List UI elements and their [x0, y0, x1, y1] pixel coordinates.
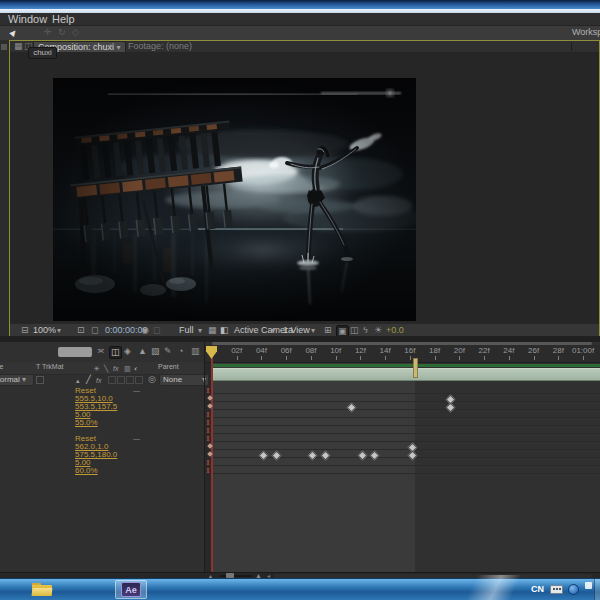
menubar: Window Help: [0, 13, 600, 26]
timeline-panel: ≍ ◫ ◈ ▲ ▧ ✎ ◔ ▥ Mode T TrkMat ✳ ╲ fx ▥ ◐…: [0, 342, 600, 578]
left-strip-icon[interactable]: [1, 44, 7, 50]
workspace-label[interactable]: Workspac: [572, 27, 600, 37]
fast-preview-icon[interactable]: ϟ: [363, 326, 368, 335]
safe-margins-icon[interactable]: ⊡: [77, 326, 85, 335]
exposure-value[interactable]: +0.0: [386, 325, 404, 335]
grid-view-icon[interactable]: ⊞: [324, 326, 332, 335]
viewer-toolbar: ⊟ 100% ▾ ⊡ ◻ 0:00:00:00 ◉ ◻ Full ▾ ▦ ◧ A…: [10, 323, 599, 337]
flowchart-button[interactable]: chuxi: [28, 47, 57, 59]
timeline-search-input[interactable]: [58, 347, 92, 357]
ruler-tick: [583, 356, 584, 360]
switch-cell-2[interactable]: [117, 376, 125, 384]
blend-mode-dropdown-icon: ▾: [22, 375, 26, 384]
after-effects-taskbar-button[interactable]: Ae: [115, 580, 147, 599]
property-value[interactable]: 60.0%: [75, 467, 98, 475]
view-layout-select[interactable]: 1 View: [283, 325, 310, 335]
switch-slash-icon: ╲: [104, 364, 108, 373]
region-of-interest-icon[interactable]: ◻: [91, 326, 98, 335]
mask-toggle-icon[interactable]: ◧: [220, 326, 229, 335]
frame-blend-icon[interactable]: ▲: [138, 347, 147, 356]
taskbar: Ae CN: [0, 578, 600, 600]
auto-keyframe-icon[interactable]: ◔: [178, 347, 183, 356]
after-effects-icon: Ae: [121, 582, 141, 597]
ruler-tick: [435, 356, 436, 360]
panel-grid-icon[interactable]: ▦: [14, 42, 23, 51]
tab-footage[interactable]: Footage: (none): [128, 41, 192, 51]
tab-dropdown-icon[interactable]: ▾: [117, 43, 121, 52]
folder-icon: [32, 583, 52, 596]
graph-editor-icon[interactable]: ▥: [191, 347, 200, 356]
comp-mini-flowchart-icon[interactable]: ≍: [97, 347, 105, 356]
header-trkmat[interactable]: T TrkMat: [36, 363, 63, 370]
property-value[interactable]: 55.0%: [75, 419, 98, 427]
workarea-end-marker[interactable]: [413, 358, 418, 378]
parent-select[interactable]: None ▾: [159, 374, 209, 386]
blend-mode-label: Normal: [0, 375, 20, 384]
magnification-menu-icon[interactable]: ⊟: [21, 326, 29, 335]
ruler-tick: [360, 356, 361, 360]
show-desktop-button[interactable]: [594, 579, 600, 600]
pan-tool-icon[interactable]: ✛: [44, 28, 52, 37]
camera-tool-icon[interactable]: ◇: [72, 28, 79, 37]
camera-dropdown-icon[interactable]: ▾: [271, 326, 275, 335]
explorer-taskbar-button[interactable]: [28, 580, 58, 599]
ruler-tick: [484, 356, 485, 360]
show-snapshot-icon[interactable]: ◻: [153, 326, 160, 335]
row-time-marker: I: [206, 434, 210, 442]
ruler-label: 01:00f: [569, 347, 597, 355]
composition-image[interactable]: [53, 78, 416, 321]
header-parent[interactable]: Parent: [158, 363, 179, 370]
row-time-marker: I: [206, 386, 210, 394]
switch-cell-3[interactable]: [126, 376, 134, 384]
view-layout-dropdown-icon[interactable]: ▾: [311, 326, 315, 335]
switch-cell-4[interactable]: [135, 376, 143, 384]
brainstorm-icon[interactable]: ✎: [164, 347, 172, 356]
playhead-line[interactable]: [211, 358, 213, 572]
tab-close-icon[interactable]: ×: [109, 42, 114, 51]
menu-window[interactable]: Window: [8, 13, 47, 25]
zoom-level[interactable]: 100%: [33, 325, 56, 335]
menu-help[interactable]: Help: [52, 13, 75, 25]
viewer-area: [10, 52, 599, 323]
ruler-tick: [311, 356, 312, 360]
trkmat-checkbox[interactable]: [36, 376, 44, 384]
switch-fx-icon: fx: [113, 364, 118, 373]
layer-duration-bar[interactable]: [212, 368, 600, 381]
timeline-toolbar: ≍ ◫ ◈ ▲ ▧ ✎ ◔ ▥: [0, 342, 205, 363]
snapshot-camera-icon[interactable]: ◉: [141, 326, 149, 335]
tray-show-hidden-icon[interactable]: [585, 582, 592, 589]
zoom-dropdown-icon[interactable]: ▾: [57, 326, 61, 335]
property-options-dash: —: [133, 435, 140, 442]
tools-toolbar: ► ✛ ↻ ◇ Workspac: [0, 26, 600, 41]
composition-panel: ▦ ◫ Composition: chuxi ▾ × Footage: (non…: [9, 40, 600, 336]
tray-app-icon[interactable]: [568, 584, 579, 595]
ruler-tick: [509, 356, 510, 360]
switch-star-icon: ✳: [94, 364, 100, 373]
header-mode[interactable]: Mode: [0, 363, 4, 370]
motion-blur-icon[interactable]: ▧: [151, 347, 160, 356]
ruler-tick: [336, 356, 337, 360]
resolution-select[interactable]: Full: [179, 325, 194, 335]
pixel-aspect-icon[interactable]: ◫: [350, 326, 359, 335]
fx-toggle-icon[interactable]: fx: [96, 376, 101, 385]
mode-slash-icon[interactable]: ╱: [86, 375, 91, 384]
blend-mode-select[interactable]: Normal ▾: [0, 374, 34, 386]
exposure-star-icon[interactable]: ☀: [374, 326, 382, 335]
resolution-dropdown-icon[interactable]: ▾: [198, 326, 202, 335]
draft-3d-icon[interactable]: ◫: [109, 346, 122, 359]
tray-language-indicator[interactable]: CN: [531, 584, 544, 594]
rotate-tool-icon[interactable]: ↻: [58, 28, 66, 37]
mode-caret-icon[interactable]: ▴: [76, 376, 80, 385]
tray-keyboard-icon[interactable]: [550, 585, 563, 594]
pickwhip-icon[interactable]: ◎: [148, 375, 156, 384]
zoom-in-mountain-icon[interactable]: ▲: [255, 571, 262, 578]
grid-options-icon[interactable]: ▦: [208, 326, 217, 335]
switch-cell-1[interactable]: [108, 376, 116, 384]
selection-tool-icon[interactable]: ►: [6, 26, 19, 39]
ruler-tick: [261, 356, 262, 360]
switch-box-icon: ▥: [124, 364, 131, 373]
cached-frames-bar: [212, 364, 600, 367]
switch-eye-icon: ◐: [134, 364, 138, 373]
shy-layers-icon[interactable]: ◈: [124, 347, 131, 356]
timeline-zoom-slider[interactable]: [220, 575, 252, 577]
